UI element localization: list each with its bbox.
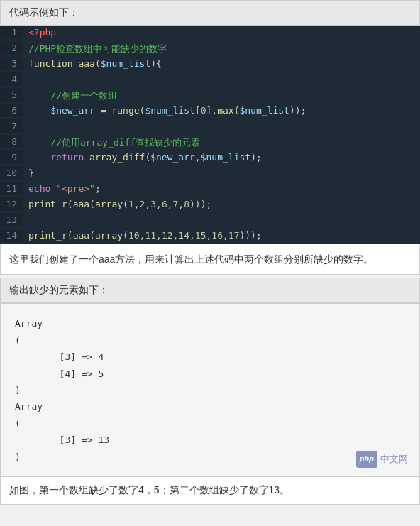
code-line-13: 13 <box>0 213 420 229</box>
code-line-11: 11 echo "<pre>"; <box>0 182 420 197</box>
code-line-5: 5 //创建一个数组 <box>0 88 420 104</box>
code-line-12: 12 print_r(aaa(array(1,2,3,6,7,8))); <box>0 197 420 213</box>
description-text-1: 这里我们创建了一个aaa方法，用来计算出上述代码中两个数组分别所缺少的数字。 <box>9 253 373 265</box>
output-line-2: ( <box>15 332 405 349</box>
php-logo: php 中文网 <box>356 451 408 468</box>
output-line-6: Array <box>15 398 405 415</box>
line-code-1: <?php <box>23 26 420 39</box>
output-line-5: ) <box>15 382 405 398</box>
line-code-4 <box>23 72 420 86</box>
line-code-7 <box>23 119 420 133</box>
code-line-6: 6 $new_arr = range($num_list[0],max($num… <box>0 104 420 119</box>
line-num-10: 10 <box>0 166 23 180</box>
line-num-13: 13 <box>0 213 23 226</box>
code-line-7: 7 <box>0 119 420 135</box>
line-num-12: 12 <box>0 197 23 211</box>
description-1: 这里我们创建了一个aaa方法，用来计算出上述代码中两个数组分别所缺少的数字。 <box>0 244 420 275</box>
section-header-code: 代码示例如下： <box>0 0 420 26</box>
php-badge: php <box>356 451 377 468</box>
code-line-4: 4 <box>0 72 420 88</box>
line-code-5: //创建一个数组 <box>23 88 420 104</box>
section-header-output: 输出缺少的元素如下： <box>0 278 420 303</box>
code-line-10: 10 } <box>0 166 420 182</box>
line-num-2: 2 <box>0 41 23 55</box>
line-code-14: print_r(aaa(array(10,11,12,14,15,16,17))… <box>23 229 420 242</box>
header-label-2: 输出缺少的元素如下： <box>9 284 109 295</box>
footer-note-text: 如图，第一个数组缺少了数字4，5；第二个数组缺少了数字13。 <box>9 484 289 495</box>
header-label-1: 代码示例如下： <box>9 6 79 18</box>
code-line-2: 2 //PHP检查数组中可能缺少的数字 <box>0 41 420 57</box>
output-line-1: Array <box>15 315 405 332</box>
line-num-1: 1 <box>0 26 23 39</box>
output-line-8: [3] => 13 <box>15 432 405 448</box>
code-line-3: 3 function aaa($num_list){ <box>0 57 420 72</box>
line-code-6: $new_arr = range($num_list[0],max($num_l… <box>23 104 420 117</box>
footer-note: 如图，第一个数组缺少了数字4，5；第二个数组缺少了数字13。 <box>0 477 420 505</box>
line-code-13 <box>23 213 420 226</box>
line-num-9: 9 <box>0 150 23 164</box>
line-code-10: } <box>23 166 420 180</box>
line-num-5: 5 <box>0 88 23 102</box>
output-block: Array ( [3] => 4 [4] => 5 ) Array ( [3] … <box>0 303 420 477</box>
output-line-3: [3] => 4 <box>15 349 405 365</box>
line-code-9: return array_diff($new_arr,$num_list); <box>23 150 420 164</box>
php-logo-text: 中文网 <box>380 451 408 467</box>
line-code-8: //使用array_diff查找缺少的元素 <box>23 135 420 150</box>
code-line-8: 8 //使用array_diff查找缺少的元素 <box>0 135 420 150</box>
line-code-11: echo "<pre>"; <box>23 182 420 195</box>
line-num-4: 4 <box>0 72 23 86</box>
line-code-12: print_r(aaa(array(1,2,3,6,7,8))); <box>23 197 420 211</box>
line-num-11: 11 <box>0 182 23 195</box>
code-line-14: 14 print_r(aaa(array(10,11,12,14,15,16,1… <box>0 229 420 244</box>
line-num-14: 14 <box>0 229 23 242</box>
code-line-9: 9 return array_diff($new_arr,$num_list); <box>0 150 420 166</box>
line-code-3: function aaa($num_list){ <box>23 57 420 70</box>
line-num-8: 8 <box>0 135 23 148</box>
output-line-9: ) <box>15 449 405 465</box>
line-num-3: 3 <box>0 57 23 70</box>
line-num-7: 7 <box>0 119 23 133</box>
output-line-4: [4] => 5 <box>15 366 405 382</box>
output-line-7: ( <box>15 415 405 432</box>
code-line-1: 1 <?php <box>0 26 420 41</box>
line-code-2: //PHP检查数组中可能缺少的数字 <box>23 41 420 57</box>
code-block: 1 <?php 2 //PHP检查数组中可能缺少的数字 3 function a… <box>0 26 420 244</box>
line-num-6: 6 <box>0 104 23 117</box>
